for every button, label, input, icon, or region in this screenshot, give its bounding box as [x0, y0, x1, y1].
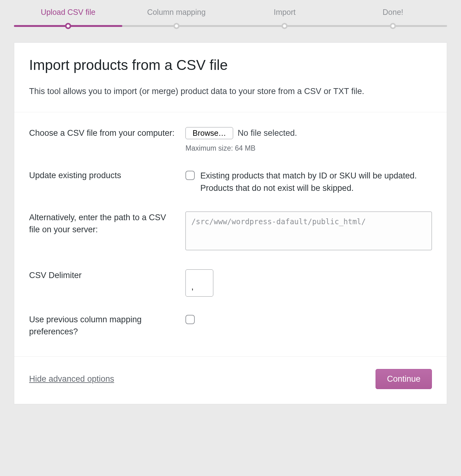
- use-previous-label: Use previous column mapping preferences?: [29, 314, 185, 338]
- no-file-text: No file selected.: [237, 128, 297, 138]
- update-existing-checkbox[interactable]: [185, 171, 195, 180]
- max-size-text: Maximum size: 64 MB: [185, 144, 432, 152]
- browse-button[interactable]: Browse…: [185, 127, 233, 139]
- row-use-previous: Use previous column mapping preferences?: [29, 314, 432, 338]
- continue-button[interactable]: Continue: [376, 369, 432, 389]
- update-existing-label: Update existing products: [29, 169, 185, 182]
- page-description: This tool allows you to import (or merge…: [29, 85, 432, 98]
- update-existing-desc: Existing products that match by ID or SK…: [200, 169, 432, 195]
- delimiter-input[interactable]: [185, 269, 213, 297]
- panel-footer: Hide advanced options Continue: [14, 357, 447, 404]
- row-update-existing: Update existing products Existing produc…: [29, 169, 432, 195]
- use-previous-checkbox[interactable]: [185, 315, 195, 324]
- server-path-input[interactable]: [185, 212, 432, 250]
- progress-dot-2: [173, 23, 180, 29]
- page-title: Import products from a CSV file: [29, 57, 432, 73]
- row-choose-file: Choose a CSV file from your computer: Br…: [29, 127, 432, 152]
- import-panel: Import products from a CSV file This too…: [14, 42, 447, 404]
- panel-body: Choose a CSV file from your computer: Br…: [14, 112, 447, 357]
- panel-header: Import products from a CSV file This too…: [14, 43, 447, 112]
- server-path-label: Alternatively, enter the path to a CSV f…: [29, 212, 185, 236]
- row-server-path: Alternatively, enter the path to a CSV f…: [29, 212, 432, 252]
- row-delimiter: CSV Delimiter: [29, 269, 432, 297]
- progress-dot-4: [390, 23, 396, 29]
- progress-dot-3: [281, 23, 288, 29]
- progress-dot-1: [65, 23, 71, 29]
- progress-steps: Upload CSV file Column mapping Import Do…: [14, 8, 447, 28]
- choose-file-label: Choose a CSV file from your computer:: [29, 127, 185, 139]
- toggle-advanced-link[interactable]: Hide advanced options: [29, 374, 114, 384]
- progress-bar: [14, 25, 447, 27]
- delimiter-label: CSV Delimiter: [29, 269, 185, 281]
